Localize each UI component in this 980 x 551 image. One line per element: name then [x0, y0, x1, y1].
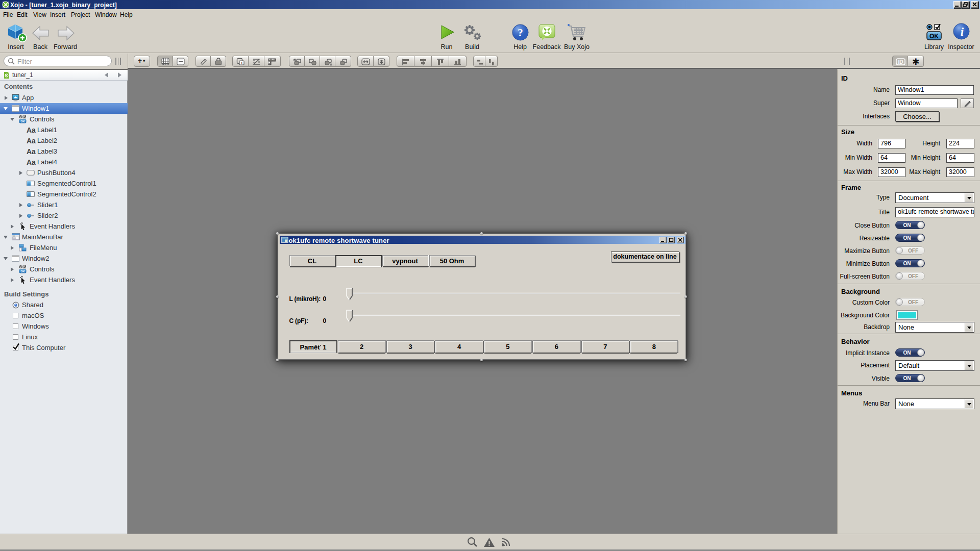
svg-text:OK: OK [929, 33, 939, 40]
svg-text:i: i [961, 26, 964, 38]
svg-text:ID: ID [898, 59, 903, 65]
svg-text:1: 1 [240, 61, 242, 65]
svg-text:?: ? [518, 27, 523, 39]
svg-text:OK: OK [20, 270, 24, 273]
svg-text:OK: OK [20, 120, 24, 123]
